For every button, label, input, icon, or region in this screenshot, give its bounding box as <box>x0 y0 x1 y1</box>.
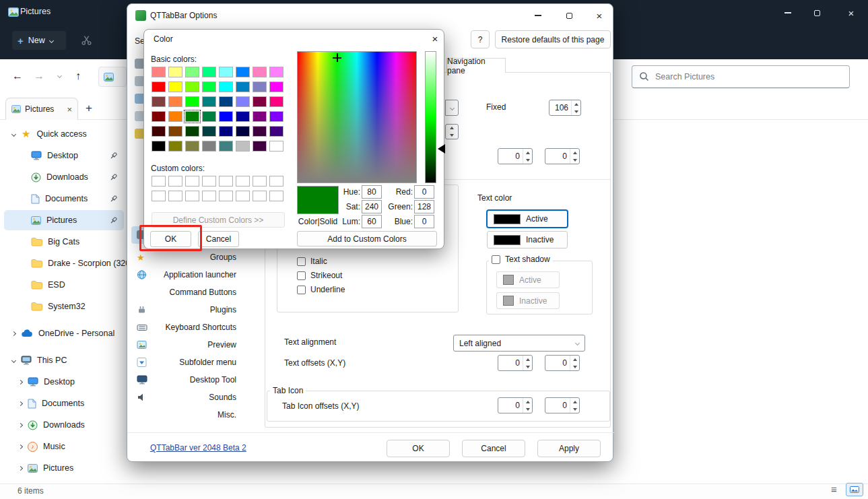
color-swatch[interactable] <box>168 81 182 92</box>
options-apply-button[interactable]: Apply <box>537 440 601 457</box>
color-swatch[interactable] <box>269 126 283 137</box>
options-sidebar-item-command-buttons[interactable]: Command Buttons <box>127 284 242 301</box>
color-swatch[interactable] <box>253 191 267 201</box>
options-sidebar-item-desktop-tool[interactable]: Desktop Tool <box>127 371 242 389</box>
sidebar-item-pc-documents[interactable]: Documents <box>4 393 124 413</box>
options-minimize-button[interactable] <box>523 4 553 27</box>
color-swatch[interactable] <box>219 96 233 107</box>
sidebar-item-pc-pictures[interactable]: Pictures <box>4 458 124 478</box>
sidebar-item-pc-desktop[interactable]: Desktop <box>4 372 124 392</box>
color-swatch[interactable] <box>185 191 199 201</box>
italic-checkbox[interactable] <box>297 257 306 266</box>
sidebar-item-desktop[interactable]: Desktop <box>4 145 124 166</box>
color-swatch[interactable] <box>202 96 216 107</box>
offset-x-spinner[interactable]: 0 <box>498 148 533 164</box>
color-swatch[interactable] <box>168 111 182 122</box>
details-view-icon[interactable]: ≡ <box>831 484 837 495</box>
sidebar-item-onedrive[interactable]: OneDrive - Personal <box>4 323 124 343</box>
help-button[interactable]: ? <box>471 30 490 48</box>
color-swatch[interactable] <box>185 126 199 137</box>
search-input[interactable] <box>632 65 850 88</box>
color-swatch[interactable] <box>202 141 216 152</box>
sidebar-item-quick-access[interactable]: ★ Quick access <box>4 124 124 144</box>
options-maximize-button[interactable] <box>554 4 584 27</box>
color-swatch[interactable] <box>269 67 283 77</box>
color-swatch[interactable] <box>168 67 182 77</box>
options-ok-button[interactable]: OK <box>387 440 450 457</box>
options-sidebar-item-groups[interactable]: ★ Groups <box>127 248 242 266</box>
color-swatch[interactable] <box>269 191 283 201</box>
color-swatch[interactable] <box>236 141 250 152</box>
sidebar-item-esd[interactable]: ESD <box>4 275 124 295</box>
sidebar-item-pictures[interactable]: Pictures <box>4 210 124 230</box>
explorer-close-button[interactable]: × <box>834 0 868 26</box>
color-swatch[interactable] <box>202 126 216 137</box>
strikeout-checkbox[interactable] <box>297 271 306 280</box>
sidebar-item-downloads[interactable]: Downloads <box>4 167 124 187</box>
color-swatch[interactable] <box>236 176 250 187</box>
color-swatch[interactable] <box>202 67 216 77</box>
color-swatch[interactable] <box>219 176 233 187</box>
color-swatch[interactable] <box>185 176 199 187</box>
color-swatch[interactable] <box>202 191 216 201</box>
tab-close-icon[interactable]: × <box>67 104 72 114</box>
hue-saturation-field[interactable] <box>297 51 417 183</box>
color-swatch[interactable] <box>236 96 250 107</box>
hue-input[interactable]: 80 <box>362 185 382 199</box>
shadow-active-button[interactable]: Active <box>496 271 560 288</box>
color-ok-button[interactable]: OK <box>150 231 191 247</box>
color-swatch[interactable] <box>202 81 216 92</box>
color-swatch[interactable] <box>152 191 166 201</box>
back-icon[interactable]: ← <box>12 70 23 82</box>
color-swatch[interactable] <box>168 191 182 201</box>
color-swatch[interactable] <box>269 176 283 187</box>
cut-icon[interactable] <box>81 34 92 48</box>
color-swatch[interactable] <box>236 111 250 122</box>
color-swatch[interactable] <box>219 111 233 122</box>
color-swatch[interactable] <box>219 81 233 92</box>
color-swatch[interactable] <box>269 96 283 107</box>
forward-icon[interactable]: → <box>34 70 44 82</box>
sidebar-item-documents[interactable]: Documents <box>4 189 124 209</box>
options-sidebar-item-plugins[interactable]: Plugins <box>127 301 242 319</box>
options-close-button[interactable]: × <box>585 4 613 27</box>
options-sidebar-item-subfolder-menu[interactable]: Subfolder menu <box>127 354 242 371</box>
color-swatch[interactable] <box>269 141 283 152</box>
color-swatch[interactable] <box>253 126 267 137</box>
color-dialog-close-button[interactable]: × <box>425 30 445 48</box>
color-swatch[interactable] <box>168 126 182 137</box>
new-tab-button[interactable]: + <box>81 101 96 116</box>
sidebar-item-system32[interactable]: System32 <box>4 296 124 317</box>
luminance-slider-arrow[interactable] <box>438 144 445 154</box>
color-swatch[interactable] <box>253 96 267 107</box>
options-sidebar-item-misc[interactable]: Misc. <box>127 406 242 424</box>
options-sidebar-item-keyboard-shortcuts[interactable]: Keyboard Shortcuts <box>127 319 242 336</box>
text-color-active-button[interactable]: Active <box>487 210 568 228</box>
color-swatch[interactable] <box>185 141 199 152</box>
saturation-picker-crosshair[interactable] <box>333 53 341 62</box>
new-button[interactable]: + New <box>12 31 66 50</box>
color-swatch[interactable] <box>236 81 250 92</box>
text-shadow-checkbox[interactable] <box>492 255 500 264</box>
sat-input[interactable]: 240 <box>362 200 382 213</box>
define-custom-colors-button[interactable]: Define Custom Colors >> <box>152 212 285 228</box>
shadow-inactive-button[interactable]: Inactive <box>496 292 560 309</box>
green-input[interactable]: 128 <box>414 200 434 213</box>
text-offset-y-spinner[interactable]: 0 <box>545 355 580 371</box>
text-offset-x-spinner[interactable]: 0 <box>498 355 533 371</box>
fixed-spinner[interactable]: 106 <box>549 100 581 116</box>
color-swatch[interactable] <box>253 81 267 92</box>
color-swatch[interactable] <box>236 67 250 77</box>
color-swatch[interactable] <box>253 67 267 77</box>
address-bar[interactable] <box>98 67 127 87</box>
tab-icon-offset-y-spinner[interactable]: 0 <box>545 397 580 413</box>
color-swatch[interactable] <box>253 176 267 187</box>
color-swatch[interactable] <box>269 111 283 122</box>
luminance-bar[interactable] <box>425 51 436 183</box>
color-swatch[interactable] <box>152 176 166 187</box>
tab-icon-offset-x-spinner[interactable]: 0 <box>498 397 533 413</box>
up-icon[interactable]: ↑ <box>75 70 81 82</box>
color-swatch[interactable] <box>236 126 250 137</box>
blue-input[interactable]: 0 <box>414 215 434 228</box>
color-swatch[interactable] <box>253 111 267 122</box>
